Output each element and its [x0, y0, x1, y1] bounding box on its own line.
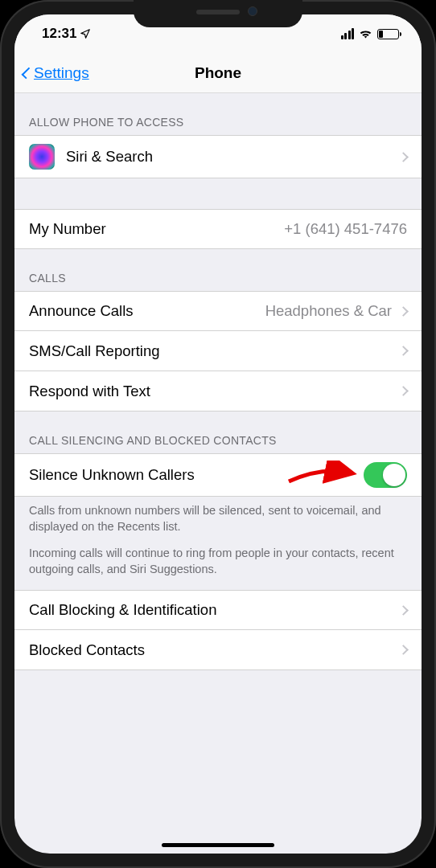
- footer-text-1: Calls from unknown numbers will be silen…: [14, 497, 422, 538]
- chevron-left-icon: [22, 67, 34, 79]
- section-header-calls: CALLS: [14, 249, 422, 291]
- row-label: SMS/Call Reporting: [29, 342, 159, 360]
- battery-icon: [377, 29, 399, 39]
- status-time: 12:31: [42, 26, 76, 42]
- chevron-right-icon: [398, 152, 409, 162]
- screen: 12:31 Settings: [14, 14, 422, 854]
- row-label: My Number: [29, 220, 106, 238]
- my-number-value: +1 (641) 451-7476: [284, 220, 407, 238]
- row-siri-search[interactable]: Siri & Search: [14, 135, 422, 178]
- row-label: Announce Calls: [29, 302, 134, 320]
- row-label: Call Blocking & Identification: [29, 601, 216, 619]
- row-label: Respond with Text: [29, 383, 150, 400]
- section-header-access: ALLOW PHONE TO ACCESS: [14, 93, 422, 135]
- row-label: Siri & Search: [66, 148, 153, 166]
- row-label: Blocked Contacts: [29, 641, 145, 659]
- status-time-group: 12:31: [42, 26, 91, 42]
- row-announce-calls[interactable]: Announce Calls Headphones & Car: [14, 291, 422, 331]
- section-header-silencing: CALL SILENCING AND BLOCKED CONTACTS: [14, 411, 422, 453]
- navigation-bar: Settings Phone: [14, 53, 422, 93]
- back-label: Settings: [34, 64, 89, 82]
- row-silence-unknown-callers[interactable]: Silence Unknown Callers: [14, 453, 422, 497]
- chevron-right-icon: [398, 306, 409, 317]
- chevron-right-icon: [398, 645, 409, 655]
- speaker-grille: [196, 10, 240, 14]
- row-call-blocking[interactable]: Call Blocking & Identification: [14, 590, 422, 630]
- status-right-group: [341, 28, 400, 39]
- iphone-frame: 12:31 Settings: [0, 0, 436, 868]
- silence-unknown-toggle[interactable]: [364, 462, 407, 488]
- siri-icon: [29, 144, 55, 170]
- red-arrow-annotation: [285, 461, 357, 489]
- row-my-number[interactable]: My Number +1 (641) 451-7476: [14, 209, 422, 249]
- notch: [134, 0, 302, 27]
- wifi-icon: [359, 29, 372, 39]
- row-respond-with-text[interactable]: Respond with Text: [14, 371, 422, 411]
- row-sms-call-reporting[interactable]: SMS/Call Reporting: [14, 331, 422, 371]
- cellular-signal-icon: [341, 28, 355, 39]
- footer-text-2: Incoming calls will continue to ring fro…: [14, 538, 422, 590]
- announce-calls-value: Headphones & Car: [265, 302, 392, 320]
- chevron-right-icon: [398, 346, 409, 356]
- chevron-right-icon: [398, 386, 409, 396]
- row-blocked-contacts[interactable]: Blocked Contacts: [14, 630, 422, 670]
- home-indicator[interactable]: [162, 843, 274, 847]
- location-arrow-icon: [80, 28, 91, 39]
- chevron-right-icon: [398, 605, 409, 616]
- row-label: Silence Unknown Callers: [29, 466, 195, 484]
- front-camera: [248, 6, 257, 16]
- settings-content[interactable]: ALLOW PHONE TO ACCESS Siri & Search My N…: [14, 93, 422, 831]
- back-button[interactable]: Settings: [23, 64, 89, 82]
